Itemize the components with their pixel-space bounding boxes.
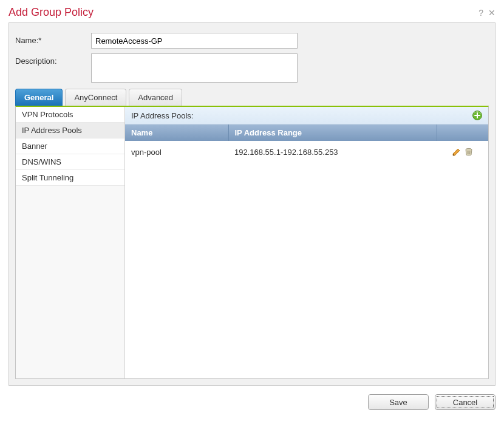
content-pane: IP Address Pools: Name IP Address Range: [125, 107, 488, 378]
save-button[interactable]: Save: [368, 394, 429, 410]
title-bar: Add Group Policy ? ✕: [9, 6, 495, 22]
name-label: Name:*: [15, 33, 91, 45]
dialog-title: Add Group Policy: [9, 6, 94, 19]
title-icons: ? ✕: [478, 8, 495, 18]
tabs: General AnyConnect Advanced: [15, 89, 489, 106]
pane-header: IP Address Pools:: [125, 107, 488, 125]
close-icon[interactable]: ✕: [488, 8, 495, 18]
description-input[interactable]: [91, 53, 298, 83]
tab-anyconnect[interactable]: AnyConnect: [65, 89, 126, 106]
sidebar-item-split-tunneling[interactable]: Split Tunneling: [16, 170, 124, 186]
main-panel: Name:* Description: General AnyConnect A…: [9, 22, 495, 386]
description-label: Description:: [15, 53, 91, 66]
col-actions: [437, 125, 488, 141]
cell-actions: [437, 141, 488, 163]
col-name[interactable]: Name: [125, 125, 228, 141]
sidebar-item-dns-wins[interactable]: DNS/WINS: [16, 154, 124, 170]
sidebar: VPN Protocols IP Address Pools Banner DN…: [16, 107, 125, 378]
table-header-row: Name IP Address Range: [125, 125, 488, 141]
help-icon[interactable]: ?: [478, 8, 483, 18]
name-input[interactable]: [91, 33, 298, 49]
pool-table: Name IP Address Range vpn-pool 192.168.5…: [125, 125, 488, 163]
delete-icon[interactable]: [464, 147, 474, 157]
edit-icon[interactable]: [452, 147, 461, 157]
cell-range: 192.168.55.1-192.168.55.253: [228, 141, 437, 163]
pane-title: IP Address Pools:: [131, 111, 193, 120]
col-range[interactable]: IP Address Range: [228, 125, 437, 141]
name-row: Name:*: [15, 33, 489, 49]
footer: Save Cancel: [9, 394, 495, 410]
add-pool-icon[interactable]: [472, 111, 482, 120]
cancel-button[interactable]: Cancel: [435, 394, 495, 410]
table-row[interactable]: vpn-pool 192.168.55.1-192.168.55.253: [125, 141, 488, 163]
sidebar-item-ip-address-pools[interactable]: IP Address Pools: [16, 123, 124, 138]
tab-content: VPN Protocols IP Address Pools Banner DN…: [15, 106, 489, 379]
tab-advanced[interactable]: Advanced: [129, 89, 182, 106]
cell-name: vpn-pool: [125, 141, 228, 163]
dialog: Add Group Policy ? ✕ Name:* Description:…: [0, 0, 504, 427]
tab-general[interactable]: General: [15, 89, 63, 106]
description-row: Description:: [15, 53, 489, 83]
sidebar-item-banner[interactable]: Banner: [16, 138, 124, 154]
sidebar-item-vpn-protocols[interactable]: VPN Protocols: [16, 107, 124, 123]
